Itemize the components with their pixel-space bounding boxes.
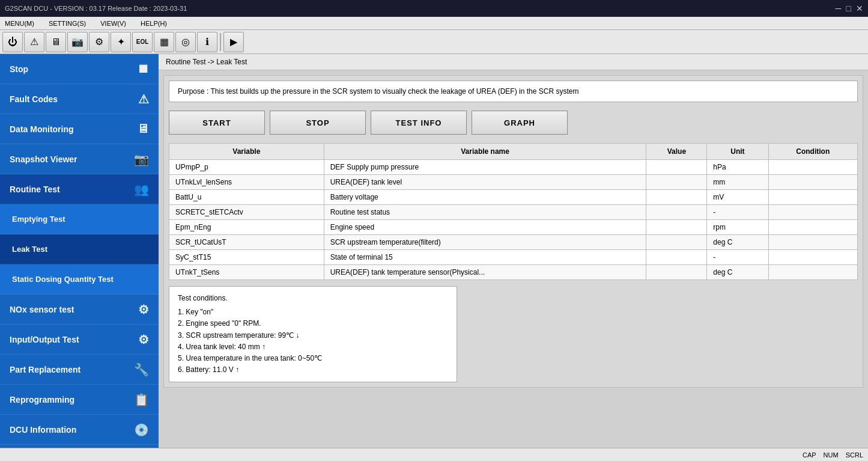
toolbar-separator <box>220 33 221 51</box>
title-bar: G2SCAN DCU - VERSION : 03.17 Release Dat… <box>0 0 868 17</box>
sidebar-item-stop[interactable]: Stop ⏹ <box>0 54 159 84</box>
content-area: Routine Test -> Leak Test Purpose : This… <box>159 54 868 448</box>
sidebar-item-leak-test[interactable]: Leak Test <box>0 234 159 264</box>
start-button[interactable]: START <box>169 111 265 135</box>
table-row: SCRETC_stETCActvRoutine test status- <box>169 205 858 220</box>
sidebar-emptying-test-label: Emptying Test <box>12 215 65 224</box>
routine-test-icon: 👥 <box>134 182 149 197</box>
sidebar-stop-label: Stop <box>10 64 28 74</box>
camera-toolbar-btn[interactable]: 📷 <box>67 32 88 52</box>
nox-icon: ⚙ <box>138 302 149 317</box>
menu-setting[interactable]: SETTING(S) <box>46 19 88 28</box>
sidebar-part-label: Part Replacement <box>10 365 80 374</box>
star-toolbar-btn[interactable]: ✦ <box>111 32 131 52</box>
table-row: SyC_stT15State of terminal 15- <box>169 250 858 265</box>
sidebar: Stop ⏹ Fault Codes ⚠ Data Monitoring 🖥 S… <box>0 54 159 448</box>
col-condition: Condition <box>768 144 857 160</box>
reprogramming-icon: 📋 <box>134 392 149 407</box>
condition-line: 1. Key "on" <box>178 307 448 318</box>
warning-toolbar-btn[interactable]: ⚠ <box>24 32 44 52</box>
condition-line: 2. Engine speed "0" RPM. <box>178 318 448 329</box>
restore-button[interactable]: □ <box>846 4 851 13</box>
sidebar-nox-label: NOx sensor test <box>10 305 74 314</box>
inner-content: Purpose : This test builds up the pressu… <box>159 70 868 448</box>
sidebar-item-reprogramming[interactable]: Reprogramming 📋 <box>0 385 159 415</box>
table-row: UTnkLvl_lenSensUREA(DEF) tank levelmm <box>169 175 858 190</box>
sidebar-item-input-output[interactable]: Input/Output Test ⚙ <box>0 325 159 355</box>
table-row: UPmpP_pDEF Supply pump pressurehPa <box>169 160 858 175</box>
table-row: UTnkT_tSensUREA(DEF) tank temperature se… <box>169 265 858 280</box>
menu-view[interactable]: VIEW(V) <box>98 19 129 28</box>
toolbar: ⏻ ⚠ 🖥 📷 ⚙ ✦ EOL ▦ ◎ ℹ ▶ <box>0 30 868 54</box>
fault-codes-icon: ⚠ <box>138 92 149 106</box>
status-bar: CAP NUM SCRL <box>0 448 868 461</box>
sidebar-item-data-monitoring[interactable]: Data Monitoring 🖥 <box>0 114 159 144</box>
sidebar-leak-test-label: Leak Test <box>12 245 47 254</box>
status-num: NUM <box>824 451 839 459</box>
minimize-button[interactable]: ─ <box>836 4 842 13</box>
sidebar-io-label: Input/Output Test <box>10 335 79 344</box>
stop-icon: ⏹ <box>137 62 149 76</box>
settings-toolbar-btn[interactable]: ⚙ <box>89 32 109 52</box>
menu-bar: MENU(M) SETTING(S) VIEW(V) HELP(H) <box>0 17 868 30</box>
col-variable: Variable <box>169 144 324 160</box>
eol-toolbar-btn[interactable]: EOL <box>132 32 153 52</box>
condition-line: 3. SCR upstream temperature: 99℃ ↓ <box>178 330 448 341</box>
sidebar-static-dosing-label: Static Dosing Quantity Test <box>12 275 114 284</box>
sidebar-routine-test-label: Routine Test <box>10 185 60 194</box>
sidebar-item-snapshot-viewer[interactable]: Snapshot Viewer 📷 <box>0 144 159 174</box>
monitor-toolbar-btn[interactable]: 🖥 <box>46 32 66 52</box>
status-cap: CAP <box>803 451 816 459</box>
app-title: G2SCAN DCU - VERSION : 03.17 Release Dat… <box>5 5 187 12</box>
sidebar-reprogramming-label: Reprogramming <box>10 395 74 405</box>
stop-button[interactable]: STOP <box>270 111 366 135</box>
main-layout: Stop ⏹ Fault Codes ⚠ Data Monitoring 🖥 S… <box>0 54 868 448</box>
data-table: Variable Variable name Value Unit Condit… <box>169 143 858 280</box>
condition-line: 5. Urea temperature in the urea tank: 0~… <box>178 353 448 364</box>
sidebar-item-emptying-test[interactable]: Emptying Test <box>0 204 159 234</box>
sidebar-snapshot-label: Snapshot Viewer <box>10 154 77 164</box>
col-value: Value <box>646 144 707 160</box>
menu-help[interactable]: HELP(H) <box>138 19 169 28</box>
table-row: Epm_nEngEngine speedrpm <box>169 220 858 235</box>
status-scrl: SCRL <box>846 451 863 459</box>
condition-line: 4. Urea tank level: 40 mm ↑ <box>178 341 448 353</box>
content-panel: Purpose : This test builds up the pressu… <box>163 75 863 388</box>
circle-toolbar-btn[interactable]: ◎ <box>175 32 196 52</box>
table-row: SCR_tUCatUsTSCR upstream temperature(fil… <box>169 235 858 250</box>
info-toolbar-btn[interactable]: ℹ <box>197 32 217 52</box>
part-icon: 🔧 <box>134 362 149 377</box>
snapshot-icon: 📷 <box>134 152 149 166</box>
purpose-text: Purpose : This test builds up the pressu… <box>178 87 578 96</box>
conditions-box: Test conditions. 1. Key "on"2. Engine sp… <box>169 286 457 382</box>
graph-button[interactable]: GRAPH <box>472 111 568 135</box>
power-toolbar-btn[interactable]: ⏻ <box>2 32 23 52</box>
test-info-button[interactable]: TEST INFO <box>371 111 467 135</box>
conditions-title: Test conditions. <box>178 293 448 304</box>
close-button[interactable]: ✕ <box>856 4 863 13</box>
dcu-icon: 💿 <box>134 423 149 437</box>
sidebar-item-fault-codes[interactable]: Fault Codes ⚠ <box>0 84 159 114</box>
table-row: BattU_uBattery voltagemV <box>169 190 858 205</box>
conditions-lines: 1. Key "on"2. Engine speed "0" RPM.3. SC… <box>178 307 448 376</box>
menu-menu[interactable]: MENU(M) <box>2 19 37 28</box>
sidebar-dcu-label: DCU Information <box>10 425 76 435</box>
sidebar-item-dcu-info[interactable]: DCU Information 💿 <box>0 415 159 445</box>
sidebar-item-static-dosing[interactable]: Static Dosing Quantity Test <box>0 264 159 295</box>
col-unit: Unit <box>707 144 768 160</box>
data-monitoring-icon: 🖥 <box>137 122 149 136</box>
window-controls: ─ □ ✕ <box>836 4 863 13</box>
sidebar-fault-codes-label: Fault Codes <box>10 94 58 104</box>
arrow-toolbar-btn[interactable]: ▶ <box>223 32 244 52</box>
sidebar-item-routine-test[interactable]: Routine Test 👥 <box>0 174 159 204</box>
grid-toolbar-btn[interactable]: ▦ <box>154 32 174 52</box>
sidebar-item-nox-sensor[interactable]: NOx sensor test ⚙ <box>0 295 159 325</box>
purpose-box: Purpose : This test builds up the pressu… <box>169 81 858 102</box>
condition-line: 6. Battery: 11.0 V ↑ <box>178 364 448 376</box>
col-variable-name: Variable name <box>324 144 646 160</box>
sidebar-item-part-replacement[interactable]: Part Replacement 🔧 <box>0 355 159 385</box>
io-icon: ⚙ <box>138 332 149 347</box>
button-row: START STOP TEST INFO GRAPH <box>169 111 858 135</box>
breadcrumb: Routine Test -> Leak Test <box>159 54 868 70</box>
sidebar-data-monitoring-label: Data Monitoring <box>10 124 74 134</box>
